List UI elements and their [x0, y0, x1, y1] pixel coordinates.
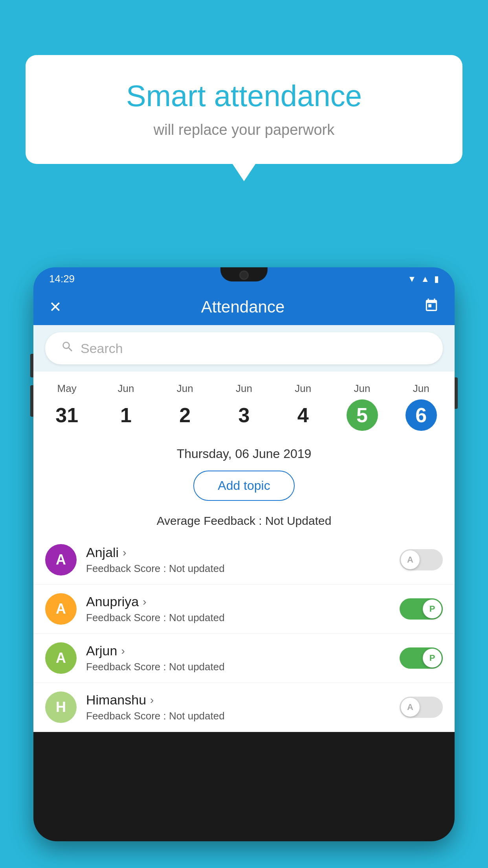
side-button-power [455, 377, 458, 409]
student-row[interactable]: HHimanshu›Feedback Score : Not updatedA [33, 683, 455, 732]
student-avatar: A [45, 544, 77, 576]
feedback-value: Not updated [169, 710, 225, 722]
search-input-placeholder[interactable]: Search [81, 341, 123, 356]
calendar-day-3[interactable]: Jun3 [228, 379, 260, 434]
avg-feedback-label: Average Feedback : [157, 514, 262, 527]
toggle-thumb: P [423, 649, 442, 668]
student-row[interactable]: AAnjali›Feedback Score : Not updatedA [33, 535, 455, 585]
feedback-value: Not updated [169, 612, 225, 623]
cal-date-label: 3 [228, 399, 260, 431]
calendar-day-6[interactable]: Jun6 [405, 379, 437, 434]
student-feedback-score: Feedback Score : Not updated [86, 661, 390, 673]
feedback-label: Feedback Score : [86, 612, 166, 623]
speech-bubble-subtitle: will replace your paperwork [49, 121, 439, 138]
toggle-thumb: A [401, 550, 420, 569]
feedback-label: Feedback Score : [86, 710, 166, 722]
calendar-day-2[interactable]: Jun2 [169, 379, 201, 434]
student-name-text: Himanshu [86, 692, 146, 708]
cal-month-label: May [57, 383, 77, 395]
add-topic-container: Add topic [33, 467, 455, 509]
student-row[interactable]: AArjun›Feedback Score : Not updatedP [33, 634, 455, 683]
student-name: Arjun› [86, 643, 390, 658]
chevron-right-icon: › [150, 694, 154, 706]
student-feedback-score: Feedback Score : Not updated [86, 563, 390, 575]
cal-date-label: 6 [405, 399, 437, 431]
phone-body: 14:29 ▼ ▲ ▮ ✕ Attendance [33, 267, 455, 841]
side-button-vol-up [30, 354, 33, 377]
cal-month-label: Jun [413, 383, 429, 395]
selected-date-label: Thursday, 06 June 2019 [33, 438, 455, 467]
student-name-text: Arjun [86, 643, 117, 658]
attendance-toggle-wrap: A [400, 697, 443, 718]
student-info: Arjun›Feedback Score : Not updated [86, 643, 390, 673]
student-name-text: Anjali [86, 545, 119, 560]
feedback-value: Not updated [169, 563, 225, 574]
attendance-toggle[interactable]: P [400, 598, 443, 620]
calendar-day-5[interactable]: Jun5 [347, 379, 378, 434]
calendar-day-1[interactable]: Jun1 [110, 379, 141, 434]
toggle-thumb: P [423, 600, 442, 618]
student-name: Anjali› [86, 545, 390, 560]
attendance-toggle[interactable]: A [400, 697, 443, 718]
speech-bubble: Smart attendance will replace your paper… [26, 55, 462, 164]
cal-month-label: Jun [354, 383, 371, 395]
calendar-strip: May31Jun1Jun2Jun3Jun4Jun5Jun6 [33, 371, 455, 438]
wifi-icon: ▼ [407, 274, 416, 284]
side-button-vol-down [30, 385, 33, 417]
speech-bubble-title: Smart attendance [49, 79, 439, 113]
avg-feedback: Average Feedback : Not Updated [33, 509, 455, 535]
toggle-thumb: A [401, 698, 420, 717]
attendance-toggle-wrap: P [400, 647, 443, 669]
cal-month-label: Jun [295, 383, 311, 395]
cal-date-label: 5 [347, 399, 378, 431]
attendance-toggle[interactable]: A [400, 549, 443, 570]
calendar-day-31[interactable]: May31 [51, 379, 83, 434]
phone-camera [239, 270, 249, 280]
student-name: Himanshu› [86, 692, 390, 708]
app-bar-title: Attendance [201, 298, 285, 316]
cal-month-label: Jun [236, 383, 252, 395]
add-topic-button[interactable]: Add topic [193, 471, 294, 501]
chevron-right-icon: › [121, 645, 125, 657]
close-button[interactable]: ✕ [49, 298, 62, 316]
student-name: Anupriya› [86, 594, 390, 609]
cal-month-label: Jun [177, 383, 193, 395]
student-avatar: H [45, 691, 77, 723]
student-name-text: Anupriya [86, 594, 139, 609]
attendance-toggle-wrap: P [400, 598, 443, 620]
student-info: Himanshu›Feedback Score : Not updated [86, 692, 390, 722]
avg-feedback-value: Not Updated [265, 514, 331, 527]
cal-month-label: Jun [117, 383, 134, 395]
phone-notch [220, 267, 268, 281]
cal-date-label: 31 [51, 399, 83, 431]
student-row[interactable]: AAnupriya›Feedback Score : Not updatedP [33, 585, 455, 634]
student-info: Anupriya›Feedback Score : Not updated [86, 594, 390, 624]
status-time: 14:29 [49, 273, 75, 285]
search-bar-container: Search [33, 325, 455, 371]
feedback-value: Not updated [169, 661, 225, 673]
chevron-right-icon: › [143, 596, 146, 608]
signal-icon: ▲ [421, 274, 429, 284]
calendar-button[interactable] [424, 298, 439, 316]
calendar-day-4[interactable]: Jun4 [287, 379, 319, 434]
feedback-label: Feedback Score : [86, 563, 166, 574]
search-bar[interactable]: Search [45, 332, 443, 364]
cal-date-label: 2 [169, 399, 201, 431]
student-info: Anjali›Feedback Score : Not updated [86, 545, 390, 575]
student-feedback-score: Feedback Score : Not updated [86, 710, 390, 722]
chevron-right-icon: › [123, 546, 126, 559]
status-icons: ▼ ▲ ▮ [407, 274, 439, 284]
battery-icon: ▮ [434, 274, 439, 284]
feedback-label: Feedback Score : [86, 661, 166, 673]
student-feedback-score: Feedback Score : Not updated [86, 612, 390, 624]
calendar-days: May31Jun1Jun2Jun3Jun4Jun5Jun6 [37, 379, 451, 434]
cal-date-label: 4 [287, 399, 319, 431]
screen-content: Search May31Jun1Jun2Jun3Jun4Jun5Jun6 Thu… [33, 325, 455, 732]
speech-bubble-container: Smart attendance will replace your paper… [26, 55, 462, 164]
phone-mockup: 14:29 ▼ ▲ ▮ ✕ Attendance [33, 267, 455, 868]
attendance-toggle[interactable]: P [400, 647, 443, 669]
student-list: AAnjali›Feedback Score : Not updatedAAAn… [33, 535, 455, 732]
cal-date-label: 1 [110, 399, 141, 431]
student-avatar: A [45, 593, 77, 625]
search-icon [61, 340, 74, 357]
